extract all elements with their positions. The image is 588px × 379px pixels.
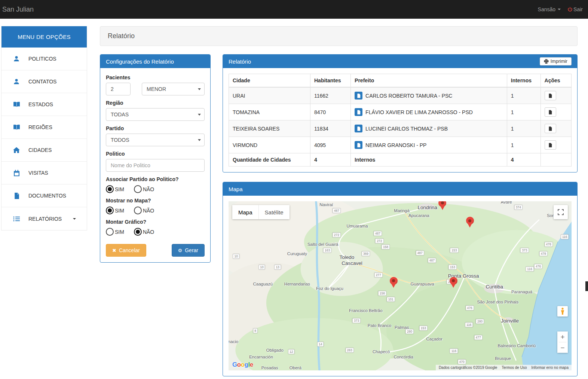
header-prefeito: Prefeito [351,74,507,88]
fullscreen-button[interactable] [554,205,568,219]
map-marker-pin[interactable] [466,217,474,228]
report-panel-title: Relatório [229,58,251,65]
sidebar-item-visitas[interactable]: VISITAS [1,162,87,184]
map-canvas[interactable]: Mapa Satélite + [229,201,572,370]
radio-sim-input[interactable] [106,228,114,236]
sidebar-item-estados[interactable]: ESTADOS [1,93,87,116]
sidebar-item-label: ESTADOS [28,101,53,107]
radio-sim[interactable]: SIM [106,228,124,236]
generate-label: Gerar [185,247,198,253]
footer-cidades-total: 4 [310,153,351,166]
view-document-button[interactable] [545,140,556,150]
prefeito-name: FLÁVIO XAVIER DE LIMA ZANROSSO - PSD [365,109,473,115]
printer-icon [544,59,549,64]
radio-nao-input[interactable] [134,185,142,193]
mostrar-mapa-radio-group: SIM NÃO [106,207,205,214]
generate-button[interactable]: ⚙Gerar [172,244,205,257]
map-city-label: Palmas [395,325,409,330]
pacientes-operator-select[interactable]: MENOR [142,83,205,95]
radio-sim[interactable]: SIM [106,185,124,193]
radio-nao[interactable]: NÃO [134,185,154,193]
gear-icon: ⚙ [178,248,183,253]
sidebar-item-documentos[interactable]: DOCUMENTOS [1,184,87,207]
map-marker-pin[interactable] [450,277,458,288]
map-city-label: Caçador [426,337,442,341]
road-shield: 478 [539,251,548,256]
cancel-button[interactable]: ✖Cancelar [106,244,146,257]
zoom-in-button[interactable]: + [557,331,568,342]
view-document-button[interactable] [545,91,556,100]
chevron-down-icon [558,9,561,10]
road-shield: 10 [258,265,265,270]
road-shield: 158 [382,245,390,250]
file-icon [548,110,552,114]
logout-button[interactable]: Sair [567,6,583,12]
terms-link[interactable]: Termos de Uso [502,366,527,370]
road-shield: 10 [233,254,239,259]
config-panel-body: Pacientes MENOR Região TODAS Partido [100,68,210,262]
partido-select[interactable]: TODOS [106,134,205,146]
user-name: Sansão [538,6,555,12]
document-icon[interactable] [355,92,362,100]
road-shield: 487 [374,231,382,236]
report-error-link[interactable]: Informar erro no mapa [532,366,569,370]
sidebar-item-regioes[interactable]: REGIÕES [1,116,87,139]
document-icon[interactable] [355,141,362,149]
cell-habitantes: 8470 [310,104,351,120]
cancel-label: Cancelar [119,247,140,253]
radio-sim[interactable]: SIM [106,207,124,214]
radio-sim-label: SIM [115,186,124,192]
map-city-label: Pato Branco [368,323,391,328]
radio-nao-label: NÃO [143,229,154,235]
document-icon[interactable] [355,108,362,116]
road-shield: 153 [448,265,457,270]
header-cidade: Cidade [229,74,310,88]
map-marker-pin[interactable] [438,201,447,210]
view-document-button[interactable] [545,107,556,117]
sidebar-item-contatos[interactable]: CONTATOS [1,70,87,93]
map-city-label: Cascavel [342,260,362,266]
radio-sim-input[interactable] [106,185,114,193]
user-dropdown[interactable]: Sansão [538,6,561,12]
map-panel: Mapa [223,182,578,376]
view-document-button[interactable] [545,124,556,133]
sidebar-item-politicos[interactable]: POLITICOS [1,48,87,70]
pacientes-input[interactable] [106,83,131,95]
montar-grafico-radio-group: SIM NÃO [106,228,205,236]
print-button[interactable]: Imprimir [540,57,572,65]
radio-sim-input[interactable] [106,207,114,214]
regiao-value: TODAS [111,111,129,117]
regiao-select[interactable]: TODAS [106,108,205,121]
map-type-satellite-button[interactable]: Satélite [258,205,290,219]
sidebar: MENU DE OPÇÕES POLITICOS CONTATOS ESTADO… [1,26,87,230]
pegman-button[interactable] [557,306,568,317]
table-row: TEIXEIRA SOARES 11834 LUCINEI CARLOS THO… [229,120,572,137]
map-city-label: Maringá [394,208,410,213]
sidebar-item-label: REGIÕES [28,124,52,130]
regiao-label: Região [106,100,205,106]
sidebar-item-relatorios[interactable]: RELATÓRIOS [1,207,87,230]
top-navbar: San Julian Sansão Sair [0,0,588,19]
report-panel: Relatório Imprimir Cida [223,54,578,172]
report-table: Cidade Habitantes Prefeito Internos Açõe… [229,74,572,166]
zoom-out-button[interactable]: − [557,342,568,353]
cell-cidade: TEIXEIRA SOARES [229,120,310,137]
radio-nao[interactable]: NÃO [134,228,154,236]
road-shield: 8 [253,328,258,333]
road-shield: 374 [514,205,523,210]
scrollbar-thumb[interactable] [585,281,588,291]
sidebar-item-cidades[interactable]: CIDADES [1,139,87,162]
page-title: Relatório [100,26,578,46]
radio-nao-input[interactable] [134,207,142,214]
radio-nao-input[interactable] [134,228,142,236]
map-marker-pin[interactable] [390,277,398,288]
road-shield: 280 [405,329,414,334]
montar-grafico-label: Montar Gráfico? [106,219,205,225]
radio-nao[interactable]: NÃO [134,207,154,214]
map-city-label: Obligado [266,348,284,352]
politico-input[interactable] [106,159,205,172]
power-icon [567,7,573,12]
document-icon[interactable] [355,125,362,132]
map-type-map-button[interactable]: Mapa [232,205,258,219]
radio-nao-label: NÃO [143,186,154,192]
